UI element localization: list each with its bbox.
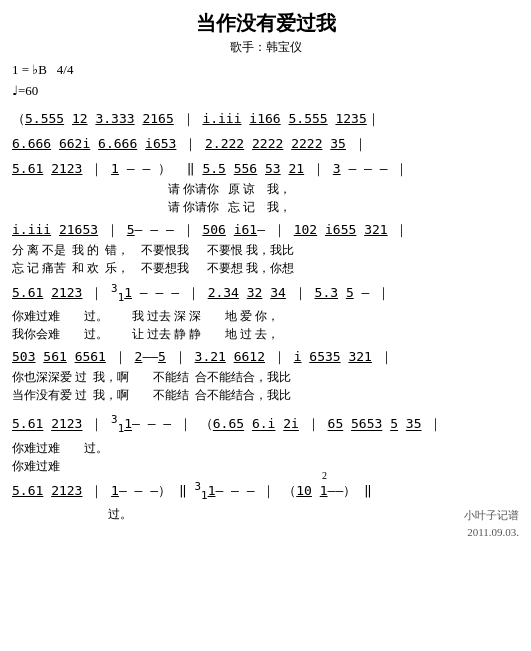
lyric-line-7a: 你难过难 过。 (12, 439, 519, 457)
lyric-line-3b: 请 你请你 忘 记 我， (12, 198, 519, 216)
notation-line-4: i.iii 21653 ｜ 5— — — ｜ 506 i61— ｜ 102 i6… (12, 219, 519, 241)
lyric-line-5b: 我你会难 过。 让 过去 静 静 地 过 去， (12, 325, 519, 343)
lyric-line-8a: 过。 (12, 505, 519, 523)
title: 当作没有爱过我 (12, 10, 519, 37)
lyric-line-3a: 请 你请你 原 谅 我， (12, 180, 519, 198)
score-content: （5.555 12 3.333 2165 ｜ i.iii i166 5.555 … (12, 108, 519, 538)
lyric-line-6a: 你也深深爱 过 我，啊 不能结 合不能结合，我比 (12, 368, 519, 386)
date-label: 2011.09.03. (12, 526, 519, 538)
watermark-label: 小叶子记谱 (464, 508, 519, 523)
notation-line-7: 5.61 2123 ｜ 311— — — ｜ （6.65 6.i 2i ｜ 65… (12, 411, 519, 438)
meta: 歌手：韩宝仪 (12, 39, 519, 56)
lyric-line-4a: 分 离 不是 我 的 错， 不要恨我 不要恨 我，我比 (12, 241, 519, 259)
lyric-line-4b: 忘 记 痛苦 和 欢 乐， 不要想我 不要想 我，你想 (12, 259, 519, 277)
notation-line-8: 5.61 2123 ｜ 1— — —） ‖ 311— — — ｜ （10 1——… (12, 478, 519, 505)
lyric-line-5a: 你难过难 过。 我 过去 深 深 地 爱 你， (12, 307, 519, 325)
notation-line-1: （5.555 12 3.333 2165 ｜ i.iii i166 5.555 … (12, 108, 519, 130)
notation-line-6: 503 561 6561 ｜ 2——5 ｜ 3.21 6612 ｜ i 6535… (12, 346, 519, 368)
key-info: 1 = ♭B 4/4 ♩=60 (12, 60, 73, 102)
notation-line-5: 5.61 2123 ｜ 311 — — — ｜ 2.34 32 34 ｜ 5.3… (12, 280, 519, 307)
lyric-line-7b: 你难过难 (12, 457, 519, 475)
notation-line-2: 6.666 662i 6.666 i653 ｜ 2.222 2222 2222 … (12, 133, 519, 155)
lyric-line-6b: 当作没有爱 过 我，啊 不能结 合不能结合，我比 (12, 386, 519, 404)
notation-line-3: 5.61 2123 ｜ 1 — — ） ‖ 5.5 556 53 21 ｜ 3 … (12, 158, 519, 180)
